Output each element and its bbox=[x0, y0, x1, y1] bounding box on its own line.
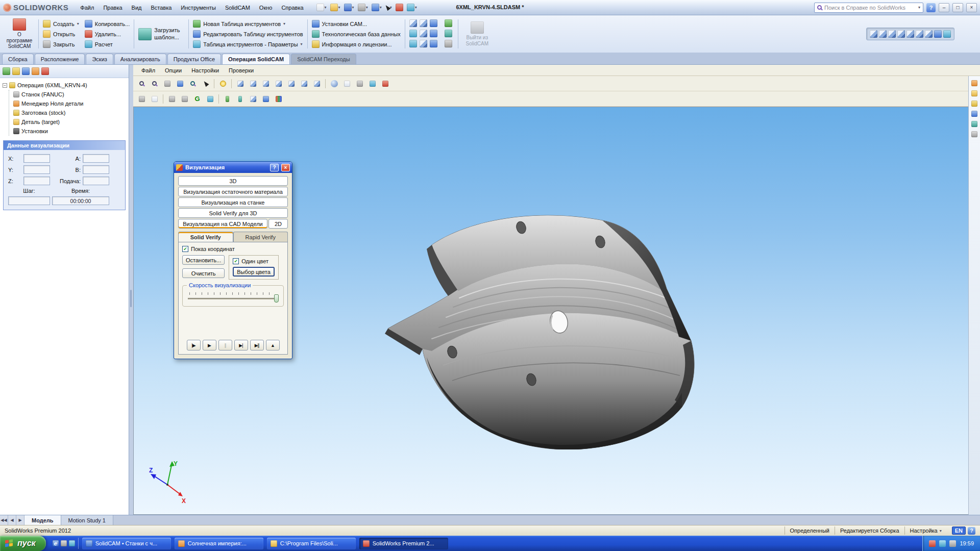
cam-op-icon-2[interactable] bbox=[420, 19, 427, 27]
view-right-button[interactable] bbox=[273, 78, 284, 89]
clock[interactable]: 19:59 bbox=[960, 540, 974, 546]
status-help-button[interactable]: ? bbox=[968, 527, 975, 535]
assembly-tool-icon-4[interactable] bbox=[897, 30, 905, 38]
dimxpert-tab-icon[interactable] bbox=[32, 67, 39, 75]
mode-machine-sim-button[interactable]: Визуализация на станке bbox=[178, 197, 288, 207]
play-button[interactable]: ▶ bbox=[203, 340, 216, 350]
open-button[interactable]: ▾ bbox=[329, 3, 341, 12]
tab-scroll-first-button[interactable]: ◀◀ bbox=[0, 515, 8, 525]
pause-button[interactable]: || bbox=[218, 340, 232, 350]
sim-copy-button[interactable] bbox=[149, 93, 160, 105]
tray-volume-icon[interactable] bbox=[949, 540, 956, 547]
cam-op-icon-7[interactable] bbox=[409, 40, 417, 47]
design-library-icon[interactable] bbox=[971, 90, 977, 96]
tech-database-button[interactable]: Технологическая база данных bbox=[312, 30, 401, 39]
eject-button[interactable]: ▲ bbox=[266, 340, 280, 350]
tree-item-machine[interactable]: Станок (FANUC) bbox=[12, 90, 127, 99]
menu-solidcam[interactable]: SolidCAM bbox=[220, 3, 255, 13]
tab-scroll-prev-button[interactable]: ◀ bbox=[8, 515, 16, 525]
slider-thumb[interactable] bbox=[274, 294, 279, 303]
show-holder-button[interactable] bbox=[234, 93, 246, 105]
one-color-checkbox[interactable]: ✔ Один цвет bbox=[233, 258, 275, 264]
machined-part-model[interactable] bbox=[383, 212, 699, 449]
view-palette-icon[interactable] bbox=[971, 111, 977, 117]
assembly-tool-icon-7[interactable] bbox=[925, 30, 933, 38]
tab-sketch[interactable]: Эскиз bbox=[86, 54, 113, 64]
about-solidcam-button[interactable]: О программе SolidCAM bbox=[3, 17, 36, 51]
close-cam-button[interactable]: Закрыть bbox=[43, 40, 79, 49]
tray-network-icon[interactable] bbox=[939, 540, 946, 547]
tree-root-operation[interactable]: − Операция (6XML_KRVN-4) bbox=[2, 81, 127, 90]
status-custom-menu[interactable]: Настройка ▾ bbox=[904, 527, 947, 535]
tab-solidcam-transitions[interactable]: SolidCAM Переходы bbox=[291, 54, 356, 64]
menu-help[interactable]: Справка bbox=[277, 3, 308, 13]
cam-op-icon-6[interactable] bbox=[430, 30, 437, 37]
tab-rapid-verify[interactable]: Rapid Verify bbox=[233, 232, 288, 242]
cam-extra-icon-1[interactable] bbox=[445, 19, 452, 27]
sim-menu-settings[interactable]: Настройки bbox=[187, 66, 223, 75]
panel-splitter[interactable] bbox=[129, 65, 133, 515]
view-front-button[interactable] bbox=[234, 78, 246, 89]
calculate-button[interactable]: Расчет bbox=[85, 40, 130, 49]
cam-extra-icon-2[interactable] bbox=[445, 30, 452, 37]
new-tool-table-button[interactable]: Новая Таблица инструментов▾ bbox=[193, 19, 303, 29]
tab-evaluate[interactable]: Анализировать bbox=[114, 54, 166, 64]
zoom-fit-button[interactable] bbox=[187, 78, 199, 89]
assembly-tool-icon-5[interactable] bbox=[906, 30, 914, 38]
perspective-button[interactable] bbox=[366, 78, 378, 89]
tray-antivirus-icon[interactable] bbox=[929, 540, 936, 547]
exit-solidcam-button[interactable]: Выйти из SolidCAM bbox=[461, 17, 494, 51]
assembly-tool-icon-2[interactable] bbox=[879, 30, 887, 38]
cam-op-icon-1[interactable] bbox=[409, 19, 417, 27]
tree-item-target[interactable]: Деталь (target) bbox=[12, 117, 127, 127]
tab-scroll-next-button[interactable]: ▶ bbox=[16, 515, 24, 525]
select-tool-button[interactable] bbox=[200, 78, 211, 89]
new-document-button[interactable]: ▾ bbox=[315, 3, 328, 12]
save-button[interactable]: ▾ bbox=[343, 3, 355, 12]
mode-cad-model-tab[interactable]: Визуализация на CAD Модели bbox=[178, 219, 267, 229]
shaded-view-button[interactable] bbox=[328, 78, 340, 89]
dialog-title-bar[interactable]: Визуализация ? × bbox=[174, 162, 292, 173]
search-caret-icon[interactable]: ▾ bbox=[918, 5, 920, 10]
to-end-button[interactable]: ▶| bbox=[234, 340, 248, 350]
load-template-button[interactable]: Загрузить шаблон... bbox=[137, 17, 186, 51]
cam-op-icon-4[interactable] bbox=[409, 30, 417, 37]
target-view-button[interactable] bbox=[260, 93, 272, 105]
cam-op-icon-9[interactable] bbox=[430, 40, 437, 47]
menu-view[interactable]: Вид bbox=[127, 3, 146, 13]
cam-settings-button[interactable]: Установки CAM... bbox=[312, 19, 401, 29]
menu-tools[interactable]: Инструменты bbox=[176, 3, 220, 13]
create-button[interactable]: Создать▾ bbox=[43, 19, 79, 29]
task-pane-home-icon[interactable] bbox=[971, 80, 977, 86]
tree-item-zero-manager[interactable]: Менеджер Ноля детали bbox=[12, 99, 127, 108]
edit-tool-table-button[interactable]: Редактировать Таблицу инструментов bbox=[193, 30, 303, 39]
property-manager-tab-icon[interactable] bbox=[12, 67, 20, 75]
zoom-in-button[interactable] bbox=[136, 78, 148, 89]
pick-color-button[interactable]: Выбор цвета bbox=[233, 267, 275, 277]
menu-edit[interactable]: Правка bbox=[99, 3, 127, 13]
mode-rest-material-button[interactable]: Визуализация остаточного материала bbox=[178, 187, 288, 196]
sim-prev-button[interactable] bbox=[166, 93, 178, 105]
pan-button[interactable] bbox=[161, 78, 173, 89]
assembly-tool-icon-3[interactable] bbox=[888, 30, 896, 38]
stock-view-button[interactable] bbox=[247, 93, 259, 105]
mode-3d-button[interactable]: 3D bbox=[178, 176, 288, 186]
menu-window[interactable]: Окно bbox=[255, 3, 277, 13]
feature-tree-tab-icon[interactable] bbox=[3, 67, 10, 75]
appearances-icon[interactable] bbox=[971, 121, 977, 127]
show-tool-button[interactable] bbox=[222, 93, 233, 105]
measure-button[interactable] bbox=[204, 93, 216, 105]
tree-item-fixtures[interactable]: Установки bbox=[12, 127, 127, 136]
media-player-icon[interactable] bbox=[69, 540, 75, 546]
single-step-button[interactable]: |▶ bbox=[187, 340, 201, 350]
tab-solid-verify[interactable]: Solid Verify bbox=[178, 232, 233, 242]
file-explorer-icon[interactable] bbox=[971, 101, 977, 107]
view-back-button[interactable] bbox=[247, 78, 259, 89]
view-iso-button[interactable] bbox=[311, 78, 323, 89]
mode-solid-verify-3d-button[interactable]: Solid Verify для 3D bbox=[178, 208, 288, 218]
zoom-area-button[interactable] bbox=[149, 78, 160, 89]
clear-button[interactable]: Очистить bbox=[182, 268, 225, 278]
hidden-lines-button[interactable] bbox=[354, 78, 365, 89]
custom-properties-icon[interactable] bbox=[971, 131, 977, 137]
assembly-tool-icon-1[interactable] bbox=[870, 30, 877, 38]
